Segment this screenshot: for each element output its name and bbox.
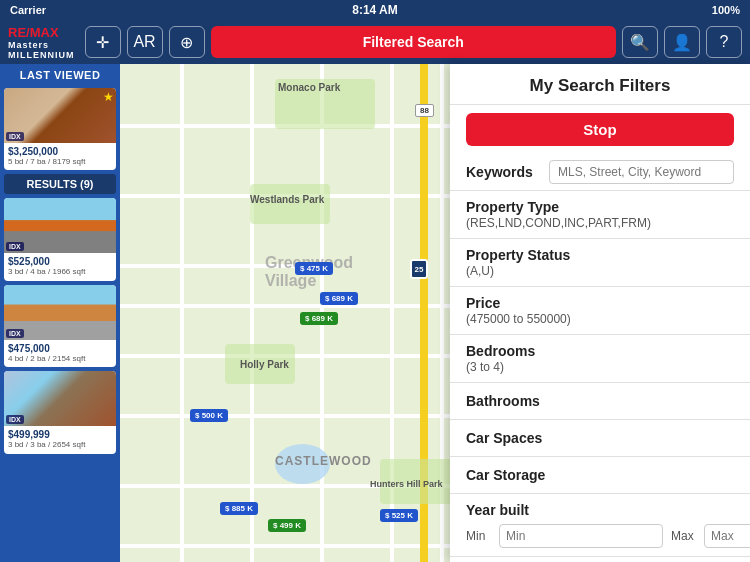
compass-icon: ⊕ — [180, 33, 193, 52]
status-bar: Carrier 8:14 AM 100% — [0, 0, 750, 20]
filter-bedrooms[interactable]: Bedrooms (3 to 4) — [450, 335, 750, 383]
price-pin[interactable]: $ 475 K — [295, 262, 333, 275]
filter-price[interactable]: Price (475000 to 550000) — [450, 287, 750, 335]
listing-image: IDX — [4, 371, 116, 426]
filter-year-built: Year built Min Max — [450, 494, 750, 557]
road-badge: 88 — [415, 104, 434, 117]
filter-property-status[interactable]: Property Status (A,U) — [450, 239, 750, 287]
stop-button[interactable]: Stop — [466, 113, 734, 146]
price-pin[interactable]: $ 525 K — [380, 509, 418, 522]
listing-image: IDX — [4, 198, 116, 253]
filter-car-spaces[interactable]: Car Spaces — [450, 420, 750, 457]
search-btn[interactable]: 🔍 — [622, 26, 658, 58]
listing-price: $3,250,000 — [8, 146, 112, 157]
ar-btn[interactable]: AR — [127, 26, 163, 58]
listing-price: $525,000 — [8, 256, 112, 267]
list-item[interactable]: IDX $475,000 4 bd / 2 ba / 2154 sqft — [4, 285, 116, 367]
main-area: LAST VIEWED ★ IDX $3,250,000 5 bd / 7 ba… — [0, 64, 750, 562]
filter-title: My Search Filters — [450, 64, 750, 105]
help-btn[interactable]: ? — [706, 26, 742, 58]
interstate-badge: 25 — [410, 259, 428, 279]
question-icon: ? — [720, 33, 729, 51]
keywords-label: Keywords — [466, 164, 541, 180]
listing-details: 3 bd / 4 ba / 1966 sqft — [8, 267, 112, 277]
listing-price: $499,999 — [8, 429, 112, 440]
listing-details: 3 bd / 3 ba / 2654 sqft — [8, 440, 112, 450]
star-icon: ★ — [103, 90, 114, 104]
listing-image: IDX — [4, 285, 116, 340]
person-icon: 👤 — [672, 33, 692, 52]
move-icon: ✛ — [96, 33, 109, 52]
year-built-max-input[interactable] — [704, 524, 750, 548]
keywords-input[interactable] — [549, 160, 734, 184]
price-pin[interactable]: $ 500 K — [190, 409, 228, 422]
filter-structural-style[interactable]: Structural Style — [450, 557, 750, 562]
filter-panel: My Search Filters Stop Keywords Property… — [450, 64, 750, 562]
logo: RE/MAX Masters MILLENNIUM — [8, 23, 75, 61]
carrier-label: Carrier — [10, 4, 46, 16]
year-built-min-input[interactable] — [499, 524, 663, 548]
compass-btn[interactable]: ⊕ — [169, 26, 205, 58]
price-pin[interactable]: $ 689 K — [320, 292, 358, 305]
list-item[interactable]: IDX $499,999 3 bd / 3 ba / 2654 sqft — [4, 371, 116, 453]
filter-property-type[interactable]: Property Type (RES,LND,COND,INC,PART,FRM… — [450, 191, 750, 239]
listing-details: 4 bd / 2 ba / 2154 sqft — [8, 354, 112, 364]
filter-car-storage[interactable]: Car Storage — [450, 457, 750, 494]
search-icon: 🔍 — [630, 33, 650, 52]
price-pin[interactable]: $ 885 K — [220, 502, 258, 515]
filter-bathrooms[interactable]: Bathrooms — [450, 383, 750, 420]
list-item[interactable]: ★ IDX $3,250,000 5 bd / 7 ba / 8179 sqft — [4, 88, 116, 170]
move-icon-btn[interactable]: ✛ — [85, 26, 121, 58]
person-btn[interactable]: 👤 — [664, 26, 700, 58]
listing-details: 5 bd / 7 ba / 8179 sqft — [8, 157, 112, 167]
last-viewed-header: LAST VIEWED — [0, 64, 120, 86]
listing-price: $475,000 — [8, 343, 112, 354]
time-label: 8:14 AM — [352, 3, 398, 17]
filtered-search-tab[interactable]: Filtered Search — [211, 26, 617, 58]
list-item[interactable]: IDX $525,000 3 bd / 4 ba / 1966 sqft — [4, 198, 116, 280]
keywords-row: Keywords — [450, 154, 750, 191]
ar-label: AR — [133, 33, 155, 51]
battery-label: 100% — [712, 4, 740, 16]
sidebar: LAST VIEWED ★ IDX $3,250,000 5 bd / 7 ba… — [0, 64, 120, 562]
price-pin[interactable]: $ 499 K — [268, 519, 306, 532]
top-nav: RE/MAX Masters MILLENNIUM ✛ AR ⊕ Filtere… — [0, 20, 750, 64]
results-badge: RESULTS (9) — [4, 174, 116, 194]
price-pin[interactable]: $ 689 K — [300, 312, 338, 325]
listing-image: ★ IDX — [4, 88, 116, 143]
